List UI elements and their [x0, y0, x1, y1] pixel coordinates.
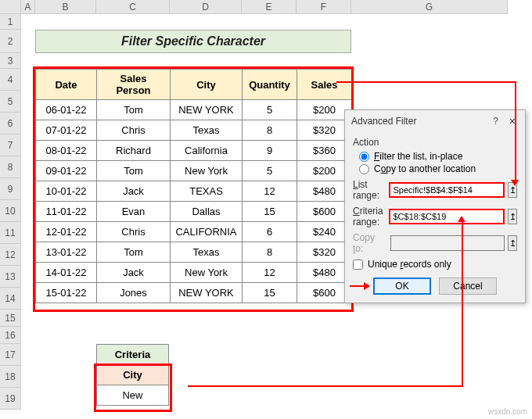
table-cell[interactable]: $200 — [297, 100, 352, 120]
table-cell[interactable]: $480 — [297, 181, 352, 202]
row-header-15[interactable]: 15 — [0, 310, 21, 327]
table-cell[interactable]: 8 — [243, 242, 297, 263]
row-header-14[interactable]: 14 — [0, 288, 21, 310]
table-cell[interactable]: Tom — [97, 242, 171, 263]
table-cell[interactable]: 09-01-22 — [36, 161, 97, 181]
row-header-10[interactable]: 10 — [0, 200, 21, 222]
table-cell[interactable]: New York — [171, 161, 243, 181]
column-header-D[interactable]: D — [170, 0, 242, 14]
criteria-range-input[interactable] — [389, 209, 505, 224]
table-cell[interactable]: 9 — [243, 141, 297, 161]
table-cell[interactable]: Tom — [97, 161, 171, 181]
row-header-11[interactable]: 11 — [0, 222, 21, 244]
table-cell[interactable]: Jack — [97, 181, 171, 202]
copy-to-collapse-icon[interactable]: ↥ — [508, 235, 517, 251]
table-cell[interactable]: 06-01-22 — [36, 100, 97, 120]
table-cell[interactable]: 8 — [243, 120, 297, 141]
table-cell[interactable]: Jack — [97, 263, 171, 283]
table-row: 08-01-22RichardCalifornia9$360 — [36, 141, 352, 161]
row-header-18[interactable]: 18 — [0, 366, 21, 388]
radio-copy-location[interactable]: Copy to another location — [359, 163, 517, 174]
row-header-7[interactable]: 7 — [0, 134, 21, 156]
table-cell[interactable]: 15-01-22 — [36, 283, 97, 303]
table-cell[interactable]: Texas — [171, 120, 243, 141]
table-cell[interactable]: 10-01-22 — [36, 181, 97, 202]
row-header-19[interactable]: 19 — [0, 388, 21, 410]
table-cell[interactable]: Texas — [171, 242, 243, 263]
radio-filter-inplace[interactable]: Filter the list, in-place — [359, 151, 517, 162]
row-header-1[interactable]: 1 — [0, 14, 21, 30]
table-cell[interactable]: $320 — [297, 120, 352, 141]
row-header-3[interactable]: 3 — [0, 53, 21, 69]
row-header-5[interactable]: 5 — [0, 91, 21, 113]
table-cell[interactable]: 5 — [243, 100, 297, 120]
table-cell[interactable]: CALIFORNIA — [171, 222, 243, 242]
radio-copy-location-input[interactable] — [359, 164, 369, 174]
table-cell[interactable]: Jones — [97, 283, 171, 303]
table-cell[interactable]: 11-01-22 — [36, 202, 97, 222]
table-cell[interactable]: 12 — [243, 263, 297, 283]
table-cell[interactable]: $600 — [297, 202, 352, 222]
table-cell[interactable]: $480 — [297, 263, 352, 283]
table-cell[interactable]: 15 — [243, 283, 297, 303]
row-header-17[interactable]: 17 — [0, 344, 21, 366]
table-cell[interactable]: 13-01-22 — [36, 242, 97, 263]
row-header-6[interactable]: 6 — [0, 113, 21, 134]
table-cell[interactable]: 07-01-22 — [36, 120, 97, 141]
table-cell[interactable]: Chris — [97, 120, 171, 141]
select-all-corner[interactable] — [0, 0, 21, 14]
list-range-label: List range: — [353, 179, 386, 201]
criteria-range-collapse-icon[interactable]: ↥ — [508, 209, 517, 224]
table-cell[interactable]: $240 — [297, 222, 352, 242]
column-header-C[interactable]: C — [96, 0, 170, 14]
table-cell[interactable]: 12-01-22 — [36, 222, 97, 242]
row-header-8[interactable]: 8 — [0, 156, 21, 178]
help-icon[interactable]: ? — [493, 116, 498, 127]
row-header-4[interactable]: 4 — [0, 69, 21, 91]
table-cell[interactable]: Chris — [97, 222, 171, 242]
column-header-B[interactable]: B — [35, 0, 96, 14]
cancel-button[interactable]: Cancel — [439, 278, 497, 295]
table-cell[interactable]: 5 — [243, 161, 297, 181]
table-cell[interactable]: $200 — [297, 161, 352, 181]
table-cell[interactable]: 6 — [243, 222, 297, 242]
row-header-16[interactable]: 16 — [0, 327, 21, 344]
table-cell[interactable]: 12 — [243, 181, 297, 202]
table-cell[interactable]: New York — [171, 263, 243, 283]
table-cell[interactable]: California — [171, 141, 243, 161]
unique-records-input[interactable] — [353, 260, 363, 270]
table-cell[interactable]: $360 — [297, 141, 352, 161]
dialog-titlebar[interactable]: Advanced Filter ? × — [345, 110, 525, 132]
table-cell[interactable]: Tom — [97, 100, 171, 120]
table-cell[interactable]: 15 — [243, 202, 297, 222]
copy-to-row: Copy to: ↥ — [353, 232, 517, 254]
column-header-A[interactable]: A — [21, 0, 35, 14]
close-icon[interactable]: × — [506, 115, 519, 127]
connector-line — [462, 220, 463, 386]
list-range-input[interactable] — [389, 182, 505, 198]
row-header-13[interactable]: 13 — [0, 266, 21, 288]
table-header: Sales Person — [97, 70, 171, 100]
unique-records-checkbox[interactable]: Unique records only — [353, 259, 517, 270]
column-header-G[interactable]: G — [351, 0, 508, 14]
table-cell[interactable]: NEW YORK — [171, 100, 243, 120]
table-cell[interactable]: Richard — [97, 141, 171, 161]
column-headers: ABCDEFG — [21, 0, 508, 14]
advanced-filter-dialog: Advanced Filter ? × Action Filter the li… — [344, 109, 526, 303]
table-cell[interactable]: 08-01-22 — [36, 141, 97, 161]
row-header-2[interactable]: 2 — [0, 30, 21, 53]
table-cell[interactable]: Evan — [97, 202, 171, 222]
table-cell[interactable]: $600 — [297, 283, 352, 303]
ok-button[interactable]: OK — [373, 278, 431, 295]
row-header-12[interactable]: 12 — [0, 244, 21, 266]
column-header-E[interactable]: E — [242, 0, 297, 14]
criteria-header: Criteria — [97, 345, 169, 365]
table-cell[interactable]: TEXAS — [171, 181, 243, 202]
table-cell[interactable]: 14-01-22 — [36, 263, 97, 283]
table-cell[interactable]: NEW YORK — [171, 283, 243, 303]
row-header-9[interactable]: 9 — [0, 178, 21, 200]
radio-filter-inplace-input[interactable] — [359, 152, 369, 162]
column-header-F[interactable]: F — [297, 0, 351, 14]
table-cell[interactable]: $320 — [297, 242, 352, 263]
table-cell[interactable]: Dallas — [171, 202, 243, 222]
